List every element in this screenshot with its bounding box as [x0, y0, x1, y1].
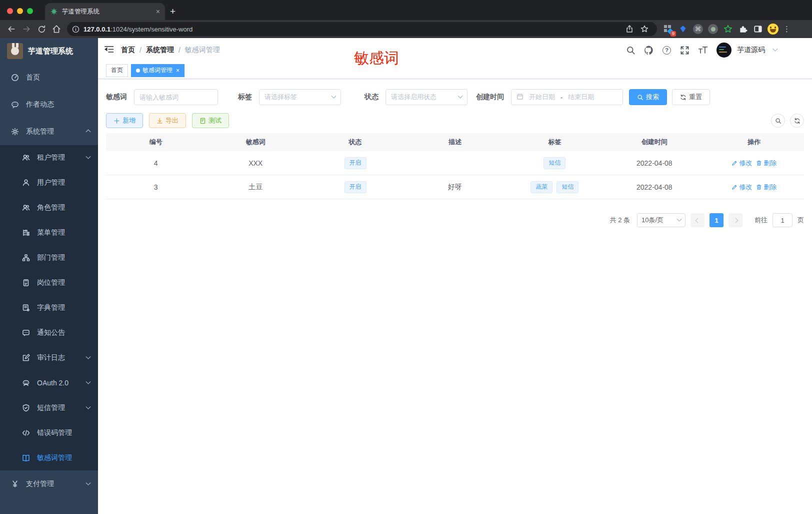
tag-select[interactable]: 请选择标签 [259, 89, 341, 105]
user-menu-caret-icon[interactable] [773, 46, 778, 51]
prev-page-button[interactable] [690, 213, 704, 227]
sidebar-item-home[interactable]: 首页 [0, 64, 98, 91]
add-button[interactable]: 新增 [106, 113, 143, 128]
extension-puzzle-icon[interactable] [737, 23, 749, 35]
home-icon[interactable] [49, 22, 64, 36]
table-row: 4 XXX 开启 短信 2022-04-08 修改 删除 [106, 151, 804, 175]
back-icon[interactable] [4, 22, 19, 36]
pagination: 共 2 条 10条/页 1 前往 页 [106, 213, 804, 227]
breadcrumb-system[interactable]: 系统管理 [146, 46, 174, 55]
sidebar-item-system[interactable]: 系统管理 [0, 118, 98, 145]
sidebar-item-user[interactable]: 用户管理 [0, 170, 98, 195]
search-icon[interactable] [626, 45, 636, 55]
reload-icon[interactable] [34, 22, 49, 36]
page-size-select[interactable]: 10条/页 [637, 213, 686, 227]
browser-tab[interactable]: 芋道管理系统 × [45, 3, 165, 20]
tags-view-bar: 首页 敏感词管理 × [98, 62, 812, 79]
zoom-window-button[interactable] [27, 8, 33, 14]
keyword-input[interactable] [140, 94, 212, 101]
goto-page-input[interactable] [772, 213, 792, 227]
extension-gem-icon[interactable] [677, 23, 689, 35]
refresh-table-button[interactable] [790, 114, 804, 128]
extension-cmd-icon[interactable]: ⌘ [692, 23, 704, 35]
chevron-up-icon [86, 129, 91, 134]
sidebar-item-role[interactable]: 角色管理 [0, 195, 98, 220]
date-start-placeholder[interactable]: 开始日期 [526, 93, 558, 102]
tab-sensitive-word[interactable]: 敏感词管理 × [131, 64, 184, 77]
test-button[interactable]: 测试 [192, 113, 229, 128]
close-window-button[interactable] [7, 8, 13, 14]
browser-menu-icon[interactable]: ⋮ [782, 25, 794, 34]
sidebar-item-sensitive-word[interactable]: 敏感词管理 [0, 445, 98, 470]
date-end-placeholder[interactable]: 结束日期 [566, 93, 596, 102]
sidebar: 芋道管理系统 首页 作者动态 系统管理 租户管理 [0, 38, 98, 514]
sidebar-item-error-code[interactable]: 错误码管理 [0, 420, 98, 445]
tab-close-icon[interactable]: × [156, 8, 160, 16]
collapse-sidebar-icon[interactable] [104, 45, 114, 56]
gear-icon [11, 128, 19, 136]
info-icon[interactable] [72, 26, 80, 33]
sidebar-item-post[interactable]: 岗位管理 [0, 270, 98, 295]
username[interactable]: 芋道源码 [737, 46, 765, 55]
status-badge: 开启 [344, 157, 366, 169]
table-tools [771, 114, 804, 128]
tag-badge: 短信 [544, 157, 566, 169]
reset-button[interactable]: 重置 [672, 89, 710, 105]
sensitive-word-table: 编号 敏感词 状态 描述 标签 创建时间 操作 4 XXX 开启 短信 2022… [106, 133, 804, 199]
address-bar[interactable]: 127.0.0.1:1024/system/sensitive-word [67, 22, 657, 36]
date-label: 创建时间 [476, 93, 504, 102]
new-tab-button[interactable]: + [165, 6, 182, 20]
dashboard-icon [11, 74, 19, 82]
edit-button[interactable]: 修改 [732, 159, 752, 168]
export-button[interactable]: 导出 [149, 113, 186, 128]
share-icon[interactable] [622, 22, 637, 36]
sidebar-item-dict[interactable]: 字典管理 [0, 295, 98, 320]
delete-button[interactable]: 删除 [756, 159, 776, 168]
minimize-window-button[interactable] [17, 8, 23, 14]
sidebar-item-payment[interactable]: 支付管理 [0, 470, 98, 497]
sidebar-item-author-news[interactable]: 作者动态 [0, 91, 98, 118]
goto-label: 前往 [754, 216, 768, 225]
help-icon[interactable]: ? [662, 46, 671, 55]
page-content: 敏感词 标签 请选择标签 状态 请选择启用状态 创建时间 [98, 79, 812, 227]
sidebar-item-notice[interactable]: 通知公告 [0, 320, 98, 345]
search-button[interactable]: 搜索 [629, 89, 667, 105]
current-page[interactable]: 1 [710, 213, 724, 227]
breadcrumb: 首页 / 系统管理 / 敏感词管理 [121, 46, 220, 55]
sidebar-item-oauth[interactable]: OAuth 2.0 [0, 370, 98, 395]
tab-home[interactable]: 首页 [106, 64, 128, 77]
tab-close-icon[interactable]: × [176, 67, 180, 74]
fullscreen-icon[interactable] [680, 45, 690, 55]
chevron-down-icon [86, 354, 91, 359]
sidebar-item-dept[interactable]: 部门管理 [0, 245, 98, 270]
extension-grid-icon[interactable]: 9 [662, 23, 674, 35]
message-dots-icon [22, 329, 30, 337]
sidebar-item-menu[interactable]: 菜单管理 [0, 220, 98, 245]
edit-button[interactable]: 修改 [732, 183, 752, 192]
status-select[interactable]: 请选择启用状态 [386, 89, 468, 105]
side-panel-icon[interactable] [752, 23, 764, 35]
delete-button[interactable]: 删除 [756, 183, 776, 192]
font-size-icon[interactable] [698, 45, 708, 55]
date-range-input[interactable]: 开始日期 - 结束日期 [511, 89, 623, 105]
bookmark-star-icon[interactable] [637, 22, 652, 36]
hide-search-button[interactable] [771, 114, 785, 128]
profile-avatar-emoji[interactable] [767, 23, 779, 35]
sidebar-item-audit-log[interactable]: 审计日志 [0, 345, 98, 370]
open-book-icon [22, 454, 30, 462]
extension-star-icon[interactable] [722, 23, 734, 35]
extension-record-icon[interactable] [707, 23, 719, 35]
log-edit-icon [22, 354, 30, 362]
sidebar-item-tenant[interactable]: 租户管理 [0, 145, 98, 170]
user-avatar[interactable] [716, 43, 732, 58]
breadcrumb-current: 敏感词管理 [185, 46, 220, 55]
breadcrumb-home[interactable]: 首页 [121, 46, 135, 55]
app-navbar: 首页 / 系统管理 / 敏感词管理 ? 芋道源码 [98, 38, 812, 62]
robot-icon [22, 379, 30, 387]
forward-icon[interactable] [19, 22, 34, 36]
document-icon [200, 118, 206, 124]
next-page-button[interactable] [728, 213, 742, 227]
github-icon[interactable] [644, 45, 654, 55]
sidebar-item-sms[interactable]: 短信管理 [0, 395, 98, 420]
window-controls[interactable] [0, 8, 40, 20]
